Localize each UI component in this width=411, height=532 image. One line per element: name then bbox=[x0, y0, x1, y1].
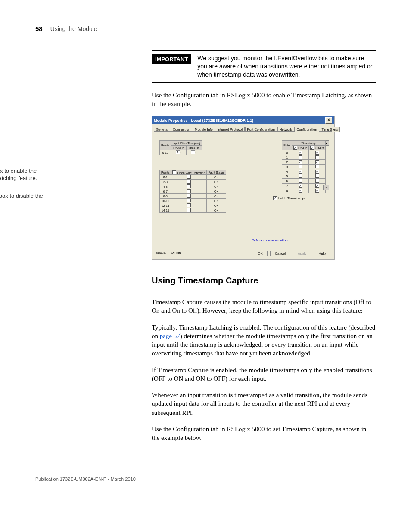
th-ts-onoff[interactable]: On-Off bbox=[309, 146, 326, 150]
status-value: Offline bbox=[171, 251, 181, 255]
capture-intro: Timestamp Capture causes the module to t… bbox=[152, 298, 376, 315]
tab-configuration[interactable]: Configuration bbox=[294, 127, 319, 132]
important-badge: IMPORTANT bbox=[152, 54, 191, 64]
dialog-status-bar: Status: Offline OK Cancel Apply Help bbox=[152, 248, 334, 259]
th-points: Points bbox=[160, 141, 171, 150]
fault-row: 4-5OK bbox=[160, 184, 226, 189]
ts-row: 5 bbox=[282, 174, 326, 179]
th-point: Point bbox=[282, 141, 292, 150]
scroll-down-icon[interactable]: ▾ bbox=[323, 185, 329, 190]
status-label: Status: bbox=[156, 251, 166, 255]
th-open-wire: Open Wire Detection bbox=[171, 170, 207, 175]
capture-rpi-para: Whenever an input transition is timestam… bbox=[152, 391, 376, 417]
module-properties-dialog: Module Properties - Local (1732E-IB16M12… bbox=[152, 116, 334, 259]
dialog-titlebar: Module Properties - Local (1732E-IB16M12… bbox=[152, 116, 334, 124]
filter-offon-select[interactable]: 1▾ bbox=[171, 150, 187, 155]
annotation-disable: Deselect the box to disable the feature. bbox=[0, 193, 48, 207]
close-icon[interactable]: × bbox=[325, 117, 332, 124]
tab-panel: Points Input Filter Time(ms) Off->On On-… bbox=[154, 131, 332, 246]
fault-status-table: Points Open Wire Detection Fault Status … bbox=[159, 170, 226, 213]
th-fault-status: Fault Status bbox=[207, 170, 226, 175]
ts-row: 4 bbox=[282, 169, 326, 174]
fault-row: 8-9OK bbox=[160, 194, 226, 199]
help-button[interactable]: Help bbox=[314, 251, 330, 256]
fault-row: 2-3OK bbox=[160, 180, 226, 184]
chapter-title: Using the Module bbox=[50, 25, 97, 32]
page-header: 58 Using the Module bbox=[35, 25, 376, 35]
section-heading: Using Timestamp Capture bbox=[152, 276, 376, 286]
cancel-button[interactable]: Cancel bbox=[270, 251, 290, 256]
apply-button[interactable]: Apply bbox=[293, 251, 311, 256]
capture-enabled-para: If Timestamp Capture is enabled, the mod… bbox=[152, 366, 376, 383]
page-57-link[interactable]: page 57 bbox=[160, 333, 180, 339]
ts-row: 2 bbox=[282, 160, 326, 165]
filter-row-label: 0-15 bbox=[160, 150, 171, 155]
important-callout: IMPORTANT We suggest you monitor the I.E… bbox=[152, 50, 376, 83]
important-text: We suggest you monitor the I.EventOverfl… bbox=[197, 54, 376, 79]
th-points2: Points bbox=[160, 170, 171, 175]
capture-config-para: Use the Configuration tab in RSLogix 500… bbox=[152, 425, 376, 442]
capture-latching-para: Typically, Timestamp Latching is enabled… bbox=[152, 323, 376, 358]
th-off-on: Off->On bbox=[171, 146, 187, 150]
publication-footer: Publication 1732E-UM002A-EN-P - March 20… bbox=[35, 476, 376, 482]
screenshot-figure: Select this box to enable the Timestamp … bbox=[59, 116, 376, 259]
filter-onoff-select[interactable]: 1▾ bbox=[187, 150, 202, 155]
th-filter: Input Filter Time(ms) bbox=[171, 141, 202, 146]
th-timestamp: Timestamp bbox=[292, 141, 326, 146]
th-on-off: On->Off bbox=[187, 146, 202, 150]
annotation-enable: Select this box to enable the Timestamp … bbox=[0, 168, 48, 182]
timestamp-table: Point Timestamp Off-On On-Off 0 1 2 3 4 … bbox=[282, 140, 326, 193]
leader-line-1 bbox=[49, 171, 151, 171]
refresh-communication-link[interactable]: Refresh communication. bbox=[252, 238, 289, 242]
input-filter-table: Points Input Filter Time(ms) Off->On On-… bbox=[159, 140, 202, 155]
fault-row: 10-11OK bbox=[160, 199, 226, 203]
intro-paragraph: Use the Configuration tab in RSLogix 500… bbox=[152, 91, 376, 109]
ts-row: 6 bbox=[282, 179, 326, 184]
ts-row: 3 bbox=[282, 165, 326, 169]
fault-row: 12-13OK bbox=[160, 203, 226, 208]
ok-button[interactable]: OK bbox=[253, 251, 268, 256]
ts-row: 1 bbox=[282, 155, 326, 160]
leader-line-2 bbox=[49, 185, 105, 185]
fault-row: 6-7OK bbox=[160, 189, 226, 194]
dialog-title: Module Properties - Local (1732E-IB16M12… bbox=[154, 118, 253, 123]
th-ts-offon[interactable]: Off-On bbox=[292, 146, 309, 150]
fault-row: 0-1OK bbox=[160, 175, 226, 180]
tab-strip: General Connection Module Info Internet … bbox=[152, 124, 334, 131]
latch-timestamps-checkbox[interactable]: Latch Timestamps bbox=[273, 196, 306, 200]
fault-row: 14-15OK bbox=[160, 208, 226, 213]
ts-row: 7 bbox=[282, 184, 326, 188]
ts-row: 0 bbox=[282, 150, 326, 155]
page-number: 58 bbox=[35, 25, 43, 32]
ts-row: 8 bbox=[282, 188, 326, 193]
